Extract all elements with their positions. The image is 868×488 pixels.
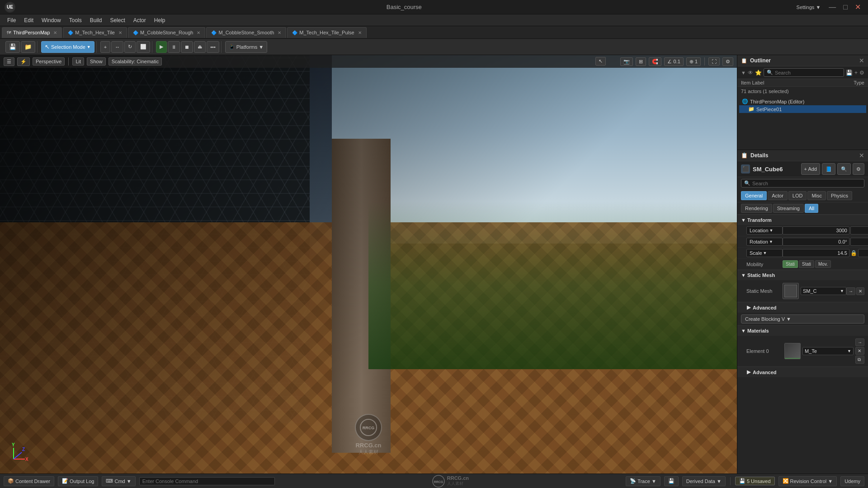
pause-button[interactable]: ⏸: [168, 41, 180, 53]
tab-close-icon[interactable]: ✕: [53, 30, 57, 35]
scale-dropdown[interactable]: Scale ▼: [746, 249, 783, 257]
tab-misc[interactable]: Misc: [807, 191, 826, 200]
stop-button[interactable]: ⏹: [181, 41, 193, 53]
location-y-input[interactable]: [850, 226, 868, 235]
material-goto-button[interactable]: →: [855, 338, 864, 346]
rotation-y-input[interactable]: [850, 238, 868, 246]
vp-options-button[interactable]: ⚙: [722, 57, 733, 66]
tab-cobblestone-smooth[interactable]: 🔷 M_CobbleStone_Smooth ✕: [206, 27, 286, 38]
tab-hex-pulse[interactable]: 🔷 M_Tech_Hex_Tile_Pulse ✕: [287, 27, 366, 38]
tab-physics[interactable]: Physics: [827, 191, 852, 200]
close-button[interactable]: ✕: [852, 3, 863, 11]
location-x-input[interactable]: [783, 226, 849, 235]
menu-edit[interactable]: Edit: [20, 16, 37, 24]
unsaved-button[interactable]: 💾 5 Unsaved: [735, 477, 775, 485]
vp-grid-button[interactable]: ⊞: [636, 57, 646, 66]
maximize-button[interactable]: □: [840, 3, 850, 11]
menu-tools[interactable]: Tools: [66, 16, 85, 24]
details-search-box[interactable]: 🔍: [741, 179, 864, 188]
subtab-streaming[interactable]: Streaming: [773, 204, 804, 213]
play-button[interactable]: ▶: [156, 41, 167, 53]
show-button[interactable]: Show: [87, 57, 106, 66]
rotation-dropdown[interactable]: Rotation ▼: [746, 238, 783, 246]
scale-lock-icon[interactable]: 🔒: [850, 250, 857, 256]
udemy-button[interactable]: Udemy: [840, 476, 864, 486]
menu-select[interactable]: Select: [106, 16, 128, 24]
materials-section-header[interactable]: ▼ Materials: [737, 325, 868, 336]
menu-build[interactable]: Build: [86, 16, 106, 24]
scalability-button[interactable]: Scalability: Cinematic: [108, 57, 162, 66]
outliner-search-input[interactable]: [775, 70, 841, 75]
menu-help[interactable]: Help: [151, 16, 169, 24]
tab-general[interactable]: General: [741, 191, 767, 200]
movable-mobility-button[interactable]: Mov.: [815, 260, 831, 268]
perspective-button[interactable]: Perspective: [33, 57, 65, 66]
tab-close-icon[interactable]: ✕: [118, 30, 122, 35]
outliner-search-box[interactable]: 🔍: [764, 68, 844, 77]
mesh-goto-button[interactable]: →: [846, 287, 855, 295]
mesh-name-field[interactable]: SM_C ▼: [801, 287, 846, 295]
save-button[interactable]: 💾: [5, 41, 20, 53]
eject-button[interactable]: ⏏: [194, 41, 206, 53]
scale-tool-button[interactable]: ⬜: [137, 41, 150, 53]
transform-add-button[interactable]: +: [100, 41, 110, 53]
details-search-input[interactable]: [752, 181, 861, 186]
tab-close-icon[interactable]: ✕: [358, 30, 362, 35]
outliner-item-setpiece01[interactable]: 📁 SetPiece01: [739, 105, 866, 113]
blueprint-button[interactable]: 📘: [822, 163, 835, 175]
console-input[interactable]: [139, 477, 275, 485]
more-play-options[interactable]: •••: [207, 41, 219, 53]
vp-maximize-button[interactable]: ⛶: [708, 57, 720, 66]
mesh-clear-button[interactable]: ✕: [856, 287, 864, 295]
outliner-item-thirdpersonmap[interactable]: 🌐 ThirdPersonMap (Editor): [739, 98, 866, 105]
tab-tech-hex-tile[interactable]: 🔷 M_Tech_Hex_Tile ✕: [63, 27, 127, 38]
vp-select-button[interactable]: ↖: [595, 57, 606, 66]
source-control-button[interactable]: 📁: [21, 41, 35, 53]
transform-section-header[interactable]: ▼ Transform: [737, 215, 868, 225]
tab-thirdpersonmap[interactable]: 🗺 ThirdPersonMap ✕: [2, 27, 62, 38]
lit-button[interactable]: Lit: [72, 57, 84, 66]
menu-actor[interactable]: Actor: [130, 16, 150, 24]
details-settings-button[interactable]: ⚙: [853, 163, 864, 175]
static-mesh-advanced-header[interactable]: ▶ Advanced: [737, 302, 868, 313]
tab-actor[interactable]: Actor: [768, 191, 788, 200]
cmd-button[interactable]: ⌨ Cmd ▼: [102, 476, 135, 486]
content-drawer-button[interactable]: 📦 Content Drawer: [4, 476, 54, 486]
selection-mode-button[interactable]: ↖ Selection Mode ▼: [41, 41, 94, 53]
add-component-button[interactable]: + Add: [801, 163, 820, 175]
viewport[interactable]: RRCG RRCG.cn 人人素材 X Y Z ☰: [0, 55, 737, 474]
vp-angle-snap[interactable]: ∠ 0.1: [664, 57, 683, 66]
tab-cobblestone-rough[interactable]: 🔷 M_CobbleStone_Rough ✕: [128, 27, 205, 38]
minimize-button[interactable]: —: [826, 3, 839, 11]
tab-close-icon[interactable]: ✕: [197, 30, 200, 35]
blocking-volume-dropdown[interactable]: Create Blocking V ▼: [741, 314, 864, 324]
menu-file[interactable]: File: [4, 16, 19, 24]
static-mesh-section-header[interactable]: ▼ Static Mesh: [737, 270, 868, 280]
static-mobility-button[interactable]: Stati: [783, 260, 798, 268]
move-tool-button[interactable]: ↔: [111, 41, 123, 53]
revision-control-button[interactable]: 🔀 Revision Control ▼: [778, 476, 837, 486]
rotation-x-input[interactable]: [783, 238, 849, 246]
subtab-all[interactable]: All: [805, 204, 818, 213]
details-search-button[interactable]: 🔍: [837, 163, 851, 175]
vp-camera-button[interactable]: 📷: [620, 57, 633, 66]
location-dropdown[interactable]: Location ▼: [746, 226, 783, 235]
vp-snap-button[interactable]: 🧲: [649, 57, 661, 66]
rotate-tool-button[interactable]: ↻: [124, 41, 136, 53]
viewport-menu-button[interactable]: ☰: [4, 57, 14, 66]
details-close-button[interactable]: ✕: [859, 152, 864, 159]
tab-lod[interactable]: LOD: [788, 191, 807, 200]
vp-scale-snap[interactable]: ⊕ 1: [686, 57, 701, 66]
derived-data-button[interactable]: Derived Data ▼: [682, 476, 726, 486]
stationary-mobility-button[interactable]: Stati: [799, 260, 814, 268]
outliner-close-button[interactable]: ✕: [859, 57, 864, 64]
menu-window[interactable]: Window: [38, 16, 65, 24]
scale-x-input[interactable]: [783, 249, 849, 257]
subtab-rendering[interactable]: Rendering: [741, 204, 772, 213]
realtime-button[interactable]: ⚡: [17, 57, 30, 66]
materials-advanced-header[interactable]: ▶ Advanced: [737, 366, 868, 377]
scale-y-input[interactable]: [858, 249, 868, 257]
material-clear-button[interactable]: ✕: [855, 347, 864, 355]
tab-close-icon[interactable]: ✕: [278, 30, 281, 35]
trace-button[interactable]: 📡 Trace ▼: [626, 476, 660, 486]
